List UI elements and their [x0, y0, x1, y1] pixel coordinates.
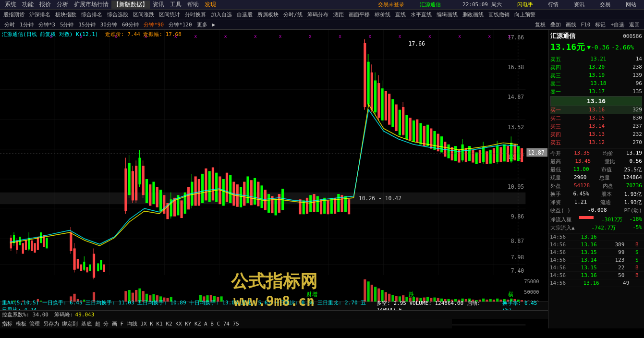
- tb4-watchlist[interactable]: +自选: [608, 21, 627, 28]
- svg-rect-172: [413, 121, 415, 142]
- right-item-1[interactable]: 行情: [545, 1, 561, 8]
- tf-60min[interactable]: 60分钟: [120, 21, 141, 28]
- svg-text:x: x: [488, 33, 491, 38]
- svg-rect-139: [309, 195, 312, 212]
- svg-text:跌: 跌: [409, 291, 414, 298]
- buy-row-5: 买五 13.12 270: [550, 139, 642, 147]
- trade-time-4: 14:56: [550, 257, 567, 263]
- tb2-hline[interactable]: 水平直线: [408, 11, 434, 19]
- majorinflow-value: -742.7万: [592, 224, 616, 231]
- svg-rect-131: [267, 194, 270, 213]
- tb2-pan[interactable]: 画面平移: [346, 11, 372, 19]
- tb2-range2[interactable]: 区间统计: [157, 11, 182, 19]
- svg-rect-141: [316, 196, 319, 212]
- tf-90min[interactable]: 分钟*90: [141, 21, 166, 28]
- huiyuan-link[interactable]: 汇源通信: [417, 1, 444, 8]
- tf-15min[interactable]: 15分钟: [76, 21, 98, 28]
- buy1-vol: 329: [632, 107, 642, 114]
- trade-login[interactable]: 交易未登录: [375, 1, 407, 8]
- menu-analysis[interactable]: 分析: [54, 0, 71, 9]
- tb4-mark[interactable]: 标记: [593, 21, 608, 28]
- svg-rect-118: [222, 179, 225, 206]
- sell-row-5: 卖五 13.21 14: [550, 55, 642, 63]
- tf-fen[interactable]: 分时: [2, 21, 17, 28]
- tb2-alert[interactable]: 向上预警: [512, 11, 538, 19]
- tb2-ranking[interactable]: 综合排名: [79, 11, 105, 19]
- tf-30min[interactable]: 30分钟: [98, 21, 120, 28]
- turnover-value: 6.45%: [573, 191, 589, 198]
- tb4-draw[interactable]: 画线: [563, 21, 579, 28]
- svg-text:x: x: [194, 33, 197, 38]
- low-label: 最低: [550, 166, 561, 173]
- tf-1min[interactable]: 1分钟: [17, 21, 36, 28]
- tb2-edit[interactable]: 编辑画线: [434, 11, 460, 19]
- tb4-back[interactable]: 返回: [627, 21, 642, 28]
- right-item-4[interactable]: 网站: [623, 1, 639, 8]
- tb2-add-watch[interactable]: 加入自选: [208, 11, 234, 19]
- svg-rect-190: [472, 150, 474, 163]
- menu-extend[interactable]: 扩展市场行情: [71, 0, 111, 9]
- info-low: 最低 13.00 市值 25.5亿: [550, 166, 642, 174]
- tb2-belong[interactable]: 所属板块: [255, 11, 281, 19]
- stock-header: 汇源通信 000586 13.16元 ▼-0.36 -2.66%: [548, 30, 644, 54]
- tb2-hushen[interactable]: 沪深排名: [27, 11, 53, 19]
- menu-tools[interactable]: 工具: [167, 0, 184, 9]
- menu-discover[interactable]: 发现: [202, 0, 219, 9]
- low-value: 13.00: [573, 166, 589, 173]
- tb2-line[interactable]: 直线: [393, 11, 408, 19]
- menu-function[interactable]: 功能: [19, 0, 36, 9]
- tb4-f10[interactable]: F10: [579, 22, 593, 28]
- svg-text:12.87: 12.87: [528, 149, 545, 156]
- tb2-chip[interactable]: 筹码分布: [305, 11, 331, 19]
- chart-area[interactable]: 汇源通信(日线 前复权 对数) K(12,1) 近颈价: 7.44 近振幅: 1…: [0, 30, 548, 328]
- tb2-minline[interactable]: 分时/线: [281, 11, 305, 19]
- chart-header: 汇源通信(日线 前复权 对数) K(12,1) 近颈价: 7.44 近振幅: 1…: [2, 31, 182, 38]
- main-content: 汇源通信(日线 前复权 对数) K(12,1) 近颈价: 7.44 近振幅: 1…: [0, 30, 644, 328]
- svg-text:x: x: [224, 33, 227, 38]
- sell-row-4: 卖四 13.20 238: [550, 63, 642, 72]
- svg-text:横: 横: [508, 291, 514, 298]
- right-item-3[interactable]: 交易: [597, 1, 613, 8]
- tf-120min[interactable]: 分钟*120: [166, 21, 194, 28]
- tf-5min[interactable]: 5分钟: [58, 21, 76, 28]
- tb2-select[interactable]: 综合选股: [105, 11, 131, 19]
- menu-newdata[interactable]: 【新版数据】: [111, 0, 150, 9]
- tf-3min[interactable]: 分钟*3: [36, 21, 58, 28]
- svg-rect-177: [430, 128, 432, 148]
- tb2-futures[interactable]: 股指期货: [1, 11, 27, 19]
- svg-rect-71: [77, 259, 79, 269]
- menu-quote[interactable]: 报价: [36, 0, 54, 9]
- sell4-vol: 238: [632, 64, 642, 71]
- tb2-block[interactable]: 板块指数: [53, 11, 79, 19]
- menu-help[interactable]: 帮助: [184, 0, 202, 9]
- right-item-2[interactable]: 资讯: [571, 1, 587, 8]
- tb2-watch[interactable]: 自选股: [234, 11, 255, 19]
- tf-arrow[interactable]: ▶: [210, 22, 218, 28]
- tb2-measure[interactable]: 测距: [331, 11, 346, 19]
- chart-svg[interactable]: 17.66 16.38 14.87 13.52 12.17 10.95 9.86…: [0, 30, 548, 328]
- tf-more[interactable]: 更多: [194, 21, 210, 28]
- tb2-minute[interactable]: 分时换算: [182, 11, 208, 19]
- menu-system[interactable]: 系统: [2, 0, 19, 9]
- trade-vol-7: 49: [612, 280, 629, 286]
- menu-news[interactable]: 资讯: [150, 0, 167, 9]
- sell-row-1: 卖一 13.17 135: [550, 88, 642, 96]
- flash-elec[interactable]: 闪电手: [514, 1, 536, 8]
- tb2-range1[interactable]: 区间涨跌: [131, 11, 157, 19]
- chart-title: 汇源通信(日线 前复权 对数) K(12,1): [2, 31, 98, 37]
- sell1-price: 13.17: [589, 88, 605, 96]
- circ-label: 流通: [600, 199, 611, 206]
- trade-vol-1: [608, 234, 624, 240]
- svg-rect-171: [409, 118, 412, 140]
- tb4-overlay[interactable]: 叠加: [548, 21, 563, 28]
- tb4-fuquan[interactable]: 复权: [533, 21, 548, 28]
- svg-text:10.26 - 10.42: 10.26 - 10.42: [359, 195, 401, 202]
- tb2-undo[interactable]: 画线撤销: [486, 11, 512, 19]
- tb2-delete[interactable]: 删改画线: [460, 11, 486, 19]
- sell-row-3: 卖三 13.19 139: [550, 72, 642, 80]
- buy2-vol: 830: [632, 115, 642, 122]
- svg-rect-195: [486, 151, 488, 164]
- svg-text:14.87: 14.87: [508, 94, 524, 100]
- svg-rect-138: [306, 198, 308, 214]
- tb2-mark-price[interactable]: 标价线: [372, 11, 393, 19]
